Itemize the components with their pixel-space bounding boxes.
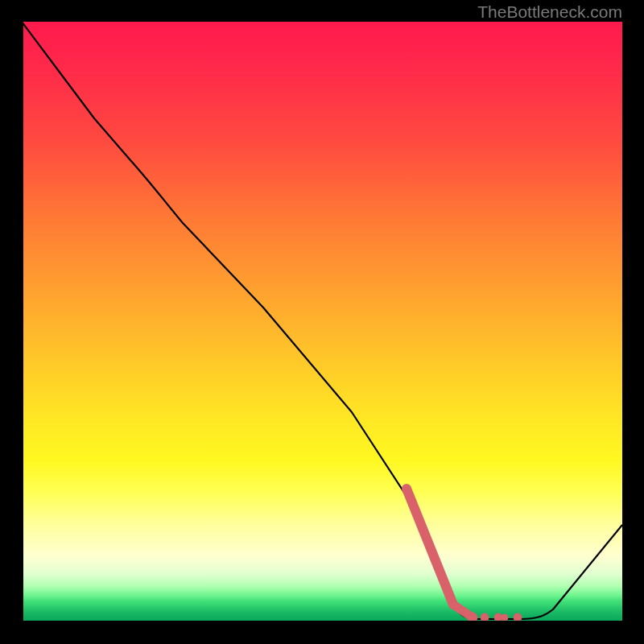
highlight-segment <box>407 489 522 622</box>
svg-point-4 <box>514 613 522 621</box>
svg-point-3 <box>502 614 508 621</box>
plot-area <box>22 22 622 622</box>
svg-point-1 <box>481 613 489 621</box>
watermark-text: TheBottleneck.com <box>477 2 622 22</box>
svg-point-0 <box>468 613 477 622</box>
main-curve <box>22 22 622 619</box>
chart-svg <box>22 22 622 622</box>
chart-container: TheBottleneck.com <box>0 0 644 644</box>
